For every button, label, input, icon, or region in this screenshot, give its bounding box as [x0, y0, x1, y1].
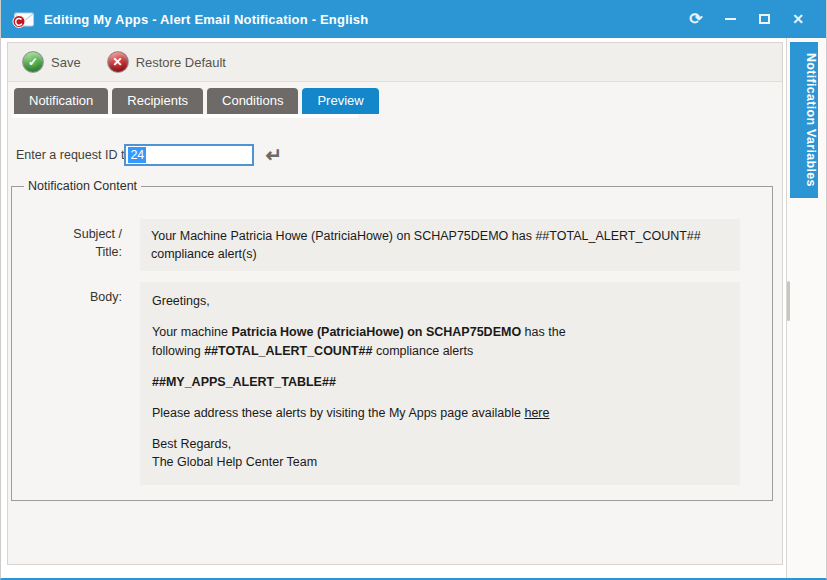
- request-id-input[interactable]: 24: [124, 144, 254, 166]
- minimize-button[interactable]: [722, 11, 738, 27]
- preview-tab-content: Enter a request ID t 24 ↵ Notification C…: [8, 118, 782, 564]
- main-panel: ✓ Save ✕ Restore Default Notification Re…: [7, 42, 783, 565]
- refresh-icon[interactable]: ⟳: [688, 11, 704, 27]
- enter-return-icon: ↵: [265, 145, 282, 165]
- save-button[interactable]: ✓ Save: [22, 51, 81, 73]
- alert-table-variable: ##MY_APPS_ALERT_TABLE##: [152, 373, 728, 391]
- save-button-label: Save: [51, 55, 81, 70]
- window-body: ✓ Save ✕ Restore Default Notification Re…: [1, 38, 826, 578]
- notification-content-title: Notification Content: [24, 179, 141, 193]
- subject-title-label: Subject / Title:: [12, 219, 122, 271]
- body-greeting: Greetings,: [152, 292, 728, 310]
- body-label: Body:: [12, 282, 122, 485]
- tab-conditions[interactable]: Conditions: [207, 88, 298, 114]
- restore-default-button[interactable]: ✕ Restore Default: [107, 51, 226, 73]
- app-window: Editing My Apps - Alert Email Notificati…: [0, 0, 827, 580]
- body-cta-line: Please address these alerts by visiting …: [152, 404, 728, 422]
- notification-content-group: Notification Content Subject / Title: Yo…: [11, 179, 773, 501]
- alert-count-variable: ##TOTAL_ALERT_COUNT##: [204, 344, 372, 358]
- minimize-icon: [725, 18, 736, 20]
- restore-default-label: Restore Default: [136, 55, 226, 70]
- subject-value: Your Machine Patricia Howe (PatriciaHowe…: [140, 219, 740, 271]
- notification-variables-tab[interactable]: Notification Variables: [790, 42, 818, 198]
- tab-recipients[interactable]: Recipients: [112, 88, 203, 114]
- main-column: ✓ Save ✕ Restore Default Notification Re…: [1, 38, 786, 578]
- machine-variable: Patricia Howe (PatriciaHowe) on SCHAP75D…: [231, 325, 521, 339]
- save-check-icon: ✓: [22, 51, 44, 73]
- maximize-icon: [759, 14, 770, 24]
- right-sidebar: Notification Variables: [786, 38, 826, 578]
- body-signoff: Best Regards, The Global Help Center Tea…: [152, 435, 728, 471]
- restore-x-icon: ✕: [107, 51, 129, 73]
- preview-fields: Subject / Title: Your Machine Patricia H…: [12, 193, 772, 485]
- tab-notification[interactable]: Notification: [14, 88, 108, 114]
- request-id-row: Enter a request ID t 24 ↵: [16, 144, 782, 166]
- toolbar: ✓ Save ✕ Restore Default: [8, 43, 782, 82]
- body-machine-line: Your machine Patricia Howe (PatriciaHowe…: [152, 323, 728, 359]
- sidebar-splitter-handle[interactable]: [787, 281, 790, 321]
- maximize-button[interactable]: [756, 11, 772, 27]
- window-title: Editing My Apps - Alert Email Notificati…: [44, 12, 368, 27]
- request-id-label: Enter a request ID t: [16, 148, 124, 162]
- app-envelope-icon: [11, 9, 35, 29]
- request-id-selected-value: 24: [128, 147, 146, 163]
- close-button[interactable]: ✕: [790, 11, 806, 27]
- here-link[interactable]: here: [524, 406, 549, 420]
- tab-preview[interactable]: Preview: [302, 88, 378, 114]
- tab-bar: Notification Recipients Conditions Previ…: [8, 82, 782, 114]
- window-controls: ⟳ ✕: [688, 11, 826, 27]
- body-value: Greetings, Your machine Patricia Howe (P…: [140, 282, 740, 485]
- titlebar: Editing My Apps - Alert Email Notificati…: [1, 0, 826, 38]
